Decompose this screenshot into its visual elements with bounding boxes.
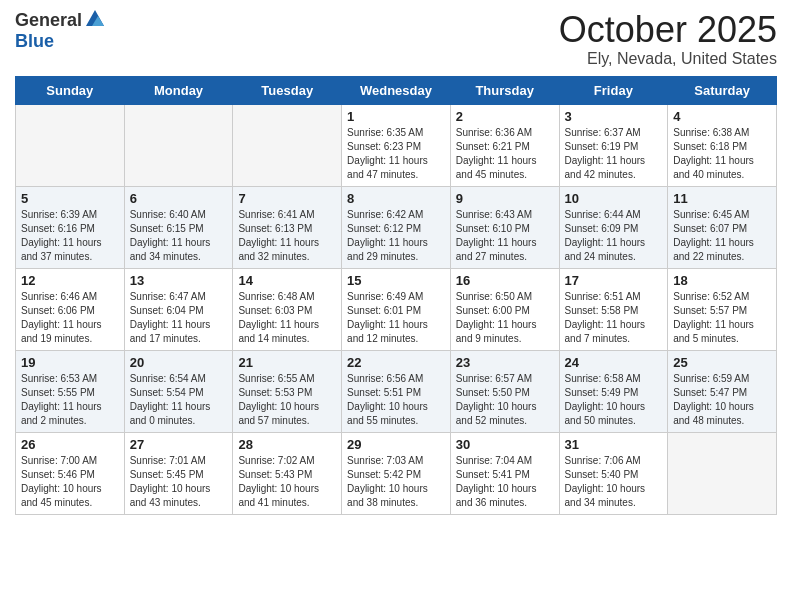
day-info: Sunrise: 6:52 AMSunset: 5:57 PMDaylight:… <box>673 290 771 346</box>
calendar-day-cell: 4Sunrise: 6:38 AMSunset: 6:18 PMDaylight… <box>668 104 777 186</box>
day-number: 30 <box>456 437 554 452</box>
col-sunday: Sunday <box>16 76 125 104</box>
logo: General Blue <box>15 10 106 52</box>
calendar-day-cell: 24Sunrise: 6:58 AMSunset: 5:49 PMDayligh… <box>559 350 668 432</box>
calendar-day-cell: 3Sunrise: 6:37 AMSunset: 6:19 PMDaylight… <box>559 104 668 186</box>
day-info: Sunrise: 6:53 AMSunset: 5:55 PMDaylight:… <box>21 372 119 428</box>
day-info: Sunrise: 6:57 AMSunset: 5:50 PMDaylight:… <box>456 372 554 428</box>
calendar-day-cell: 10Sunrise: 6:44 AMSunset: 6:09 PMDayligh… <box>559 186 668 268</box>
calendar-table: Sunday Monday Tuesday Wednesday Thursday… <box>15 76 777 515</box>
calendar-day-cell: 2Sunrise: 6:36 AMSunset: 6:21 PMDaylight… <box>450 104 559 186</box>
day-number: 26 <box>21 437 119 452</box>
calendar-week-row-1: 1Sunrise: 6:35 AMSunset: 6:23 PMDaylight… <box>16 104 777 186</box>
calendar-day-cell: 21Sunrise: 6:55 AMSunset: 5:53 PMDayligh… <box>233 350 342 432</box>
calendar-day-cell: 20Sunrise: 6:54 AMSunset: 5:54 PMDayligh… <box>124 350 233 432</box>
day-info: Sunrise: 6:39 AMSunset: 6:16 PMDaylight:… <box>21 208 119 264</box>
day-number: 23 <box>456 355 554 370</box>
calendar-day-cell: 26Sunrise: 7:00 AMSunset: 5:46 PMDayligh… <box>16 432 125 514</box>
day-info: Sunrise: 6:46 AMSunset: 6:06 PMDaylight:… <box>21 290 119 346</box>
page-container: General Blue October 2025 Ely, Nevada, U… <box>0 0 792 530</box>
calendar-day-cell: 31Sunrise: 7:06 AMSunset: 5:40 PMDayligh… <box>559 432 668 514</box>
col-monday: Monday <box>124 76 233 104</box>
day-number: 20 <box>130 355 228 370</box>
col-wednesday: Wednesday <box>342 76 451 104</box>
day-info: Sunrise: 6:58 AMSunset: 5:49 PMDaylight:… <box>565 372 663 428</box>
page-header: General Blue October 2025 Ely, Nevada, U… <box>15 10 777 68</box>
calendar-day-cell: 7Sunrise: 6:41 AMSunset: 6:13 PMDaylight… <box>233 186 342 268</box>
day-number: 31 <box>565 437 663 452</box>
day-number: 16 <box>456 273 554 288</box>
day-info: Sunrise: 6:59 AMSunset: 5:47 PMDaylight:… <box>673 372 771 428</box>
calendar-day-cell: 17Sunrise: 6:51 AMSunset: 5:58 PMDayligh… <box>559 268 668 350</box>
day-info: Sunrise: 6:44 AMSunset: 6:09 PMDaylight:… <box>565 208 663 264</box>
calendar-day-cell: 15Sunrise: 6:49 AMSunset: 6:01 PMDayligh… <box>342 268 451 350</box>
day-info: Sunrise: 6:38 AMSunset: 6:18 PMDaylight:… <box>673 126 771 182</box>
day-info: Sunrise: 6:51 AMSunset: 5:58 PMDaylight:… <box>565 290 663 346</box>
day-number: 25 <box>673 355 771 370</box>
calendar-day-cell: 5Sunrise: 6:39 AMSunset: 6:16 PMDaylight… <box>16 186 125 268</box>
day-info: Sunrise: 6:41 AMSunset: 6:13 PMDaylight:… <box>238 208 336 264</box>
day-number: 14 <box>238 273 336 288</box>
day-info: Sunrise: 6:35 AMSunset: 6:23 PMDaylight:… <box>347 126 445 182</box>
day-info: Sunrise: 6:54 AMSunset: 5:54 PMDaylight:… <box>130 372 228 428</box>
col-thursday: Thursday <box>450 76 559 104</box>
day-info: Sunrise: 6:49 AMSunset: 6:01 PMDaylight:… <box>347 290 445 346</box>
calendar-day-cell <box>668 432 777 514</box>
calendar-day-cell: 16Sunrise: 6:50 AMSunset: 6:00 PMDayligh… <box>450 268 559 350</box>
day-info: Sunrise: 6:43 AMSunset: 6:10 PMDaylight:… <box>456 208 554 264</box>
day-number: 21 <box>238 355 336 370</box>
day-number: 13 <box>130 273 228 288</box>
day-info: Sunrise: 6:40 AMSunset: 6:15 PMDaylight:… <box>130 208 228 264</box>
day-info: Sunrise: 7:00 AMSunset: 5:46 PMDaylight:… <box>21 454 119 510</box>
day-number: 2 <box>456 109 554 124</box>
day-number: 12 <box>21 273 119 288</box>
day-number: 29 <box>347 437 445 452</box>
title-section: October 2025 Ely, Nevada, United States <box>559 10 777 68</box>
day-number: 18 <box>673 273 771 288</box>
calendar-day-cell: 19Sunrise: 6:53 AMSunset: 5:55 PMDayligh… <box>16 350 125 432</box>
calendar-week-row-4: 19Sunrise: 6:53 AMSunset: 5:55 PMDayligh… <box>16 350 777 432</box>
day-info: Sunrise: 7:01 AMSunset: 5:45 PMDaylight:… <box>130 454 228 510</box>
calendar-day-cell: 9Sunrise: 6:43 AMSunset: 6:10 PMDaylight… <box>450 186 559 268</box>
day-number: 11 <box>673 191 771 206</box>
day-info: Sunrise: 6:36 AMSunset: 6:21 PMDaylight:… <box>456 126 554 182</box>
col-saturday: Saturday <box>668 76 777 104</box>
day-number: 9 <box>456 191 554 206</box>
day-info: Sunrise: 6:55 AMSunset: 5:53 PMDaylight:… <box>238 372 336 428</box>
calendar-day-cell: 27Sunrise: 7:01 AMSunset: 5:45 PMDayligh… <box>124 432 233 514</box>
day-info: Sunrise: 6:45 AMSunset: 6:07 PMDaylight:… <box>673 208 771 264</box>
day-number: 24 <box>565 355 663 370</box>
calendar-day-cell: 13Sunrise: 6:47 AMSunset: 6:04 PMDayligh… <box>124 268 233 350</box>
calendar-day-cell: 28Sunrise: 7:02 AMSunset: 5:43 PMDayligh… <box>233 432 342 514</box>
day-number: 7 <box>238 191 336 206</box>
day-number: 19 <box>21 355 119 370</box>
col-friday: Friday <box>559 76 668 104</box>
calendar-week-row-5: 26Sunrise: 7:00 AMSunset: 5:46 PMDayligh… <box>16 432 777 514</box>
day-number: 4 <box>673 109 771 124</box>
calendar-day-cell: 8Sunrise: 6:42 AMSunset: 6:12 PMDaylight… <box>342 186 451 268</box>
day-info: Sunrise: 7:03 AMSunset: 5:42 PMDaylight:… <box>347 454 445 510</box>
day-info: Sunrise: 6:37 AMSunset: 6:19 PMDaylight:… <box>565 126 663 182</box>
day-number: 15 <box>347 273 445 288</box>
calendar-day-cell: 25Sunrise: 6:59 AMSunset: 5:47 PMDayligh… <box>668 350 777 432</box>
day-number: 3 <box>565 109 663 124</box>
calendar-week-row-2: 5Sunrise: 6:39 AMSunset: 6:16 PMDaylight… <box>16 186 777 268</box>
calendar-day-cell: 1Sunrise: 6:35 AMSunset: 6:23 PMDaylight… <box>342 104 451 186</box>
day-info: Sunrise: 7:04 AMSunset: 5:41 PMDaylight:… <box>456 454 554 510</box>
day-info: Sunrise: 6:50 AMSunset: 6:00 PMDaylight:… <box>456 290 554 346</box>
calendar-day-cell <box>124 104 233 186</box>
calendar-day-cell: 29Sunrise: 7:03 AMSunset: 5:42 PMDayligh… <box>342 432 451 514</box>
calendar-day-cell: 22Sunrise: 6:56 AMSunset: 5:51 PMDayligh… <box>342 350 451 432</box>
calendar-day-cell: 23Sunrise: 6:57 AMSunset: 5:50 PMDayligh… <box>450 350 559 432</box>
calendar-day-cell: 30Sunrise: 7:04 AMSunset: 5:41 PMDayligh… <box>450 432 559 514</box>
col-tuesday: Tuesday <box>233 76 342 104</box>
day-info: Sunrise: 6:47 AMSunset: 6:04 PMDaylight:… <box>130 290 228 346</box>
logo-general-text: General <box>15 10 82 31</box>
logo-icon <box>84 8 106 30</box>
calendar-day-cell: 6Sunrise: 6:40 AMSunset: 6:15 PMDaylight… <box>124 186 233 268</box>
subtitle: Ely, Nevada, United States <box>559 50 777 68</box>
day-info: Sunrise: 7:02 AMSunset: 5:43 PMDaylight:… <box>238 454 336 510</box>
day-number: 28 <box>238 437 336 452</box>
main-title: October 2025 <box>559 10 777 50</box>
day-number: 8 <box>347 191 445 206</box>
